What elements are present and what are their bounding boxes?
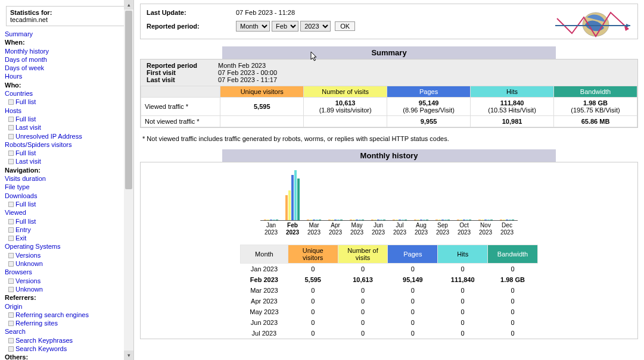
nav-viewed-entry[interactable]: Entry bbox=[5, 226, 133, 234]
bar-uv bbox=[457, 220, 459, 220]
nav-browsers-versions[interactable]: Versions bbox=[5, 277, 133, 285]
bar-ht bbox=[359, 220, 361, 220]
bar-ht bbox=[487, 220, 490, 220]
summary-note: * Not viewed traffic includes traffic ge… bbox=[142, 135, 638, 142]
nav-ref-sites[interactable]: Referring sites bbox=[5, 319, 133, 327]
nav-viewed-full[interactable]: Full list bbox=[5, 217, 133, 226]
bar-bw bbox=[362, 220, 364, 220]
scroll-thumb[interactable] bbox=[125, 11, 132, 189]
cell-uv: 0 bbox=[288, 296, 338, 306]
cell-ht: 0 bbox=[438, 328, 488, 339]
month-cell: Feb2023 bbox=[282, 170, 303, 236]
cell-bw: 0 bbox=[488, 296, 538, 306]
viewed-nv-sub: (1.89 visits/visitor) bbox=[319, 107, 372, 114]
nav-robots-lastvisit[interactable]: Last visit bbox=[5, 157, 133, 165]
nav-downloads-full[interactable]: Full list bbox=[5, 200, 133, 208]
bar-pg bbox=[377, 220, 379, 220]
cell-uv: 0 bbox=[288, 328, 338, 339]
cell-nv: 0 bbox=[338, 328, 388, 339]
cell-month: May 2023 bbox=[241, 306, 288, 317]
nav-hosts-full[interactable]: Full list bbox=[5, 115, 133, 123]
cell-bw: 0 bbox=[488, 317, 538, 328]
bar-pg bbox=[506, 220, 508, 220]
notviewed-pg: 9,955 bbox=[387, 116, 471, 127]
month-label: May2023 bbox=[346, 222, 368, 236]
nav-hosts-unresolvedip[interactable]: Unresolved IP Address bbox=[5, 132, 133, 140]
scroll-up-icon[interactable]: ▴ bbox=[124, 0, 133, 10]
nav-viewed[interactable]: Viewed bbox=[5, 208, 133, 217]
bar-nv bbox=[481, 220, 484, 220]
nav-others-header: Others: bbox=[5, 353, 133, 360]
nav-viewed-exit[interactable]: Exit bbox=[5, 234, 133, 242]
nav-hours[interactable]: Hours bbox=[5, 72, 133, 80]
reported-period-value: Month Feb 2023 bbox=[218, 62, 266, 69]
nav-monthly-history[interactable]: Monthly history bbox=[5, 47, 133, 55]
mcol-month: Month bbox=[241, 245, 288, 264]
nav-hosts-lastvisit[interactable]: Last visit bbox=[5, 123, 133, 132]
cell-nv: 10,613 bbox=[338, 274, 388, 285]
period-type-select[interactable]: Month bbox=[236, 21, 270, 32]
bar-nv bbox=[396, 220, 398, 220]
cell-nv: 0 bbox=[338, 296, 388, 306]
mcol-pg: Pages bbox=[388, 245, 438, 264]
cell-nv: 0 bbox=[338, 306, 388, 317]
bar-nv bbox=[310, 220, 312, 220]
nav-robots-full[interactable]: Full list bbox=[5, 149, 133, 157]
nav-visits-duration[interactable]: Visits duration bbox=[5, 174, 133, 183]
bar-ht bbox=[380, 220, 382, 220]
bar-uv bbox=[393, 220, 395, 220]
bar-nv bbox=[267, 220, 269, 220]
nav-days-of-month[interactable]: Days of month bbox=[5, 55, 133, 64]
nav-search[interactable]: Search bbox=[5, 327, 133, 336]
bar-nv bbox=[503, 220, 505, 220]
month-label: Nov2023 bbox=[475, 222, 496, 236]
table-row: May 202300000 bbox=[241, 306, 538, 317]
nav-os-unknown[interactable]: Unknown bbox=[5, 259, 133, 268]
month-label: Jun2023 bbox=[368, 222, 389, 236]
nav-summary[interactable]: Summary bbox=[5, 30, 133, 38]
cell-month: Feb 2023 bbox=[241, 274, 288, 285]
nav-hosts[interactable]: Hosts bbox=[5, 107, 133, 115]
cell-month: Jun 2023 bbox=[241, 317, 288, 328]
bar-nv bbox=[438, 220, 441, 220]
bar-bw bbox=[447, 220, 450, 220]
cell-nv: 0 bbox=[338, 264, 388, 275]
bar-uv bbox=[350, 220, 352, 220]
nav-countries-full[interactable]: Full list bbox=[5, 98, 133, 106]
nav-origin[interactable]: Origin bbox=[5, 302, 133, 311]
nav-countries[interactable]: Countries bbox=[5, 89, 133, 98]
last-update-label: Last Update: bbox=[147, 9, 236, 16]
sidebar-scrollbar[interactable]: ▴ ▾ bbox=[124, 0, 133, 360]
viewed-traffic-label: Viewed traffic * bbox=[141, 98, 220, 116]
nav-robots[interactable]: Robots/Spiders visitors bbox=[5, 140, 133, 149]
viewed-uv: 5,595 bbox=[254, 103, 270, 110]
nav-ref-engines[interactable]: Referring search engines bbox=[5, 311, 133, 319]
nav-browsers-unknown[interactable]: Unknown bbox=[5, 285, 133, 293]
nav-keyphrases[interactable]: Search Keyphrases bbox=[5, 336, 133, 345]
awstats-logo-icon bbox=[554, 7, 631, 42]
year-select[interactable]: 2023 bbox=[300, 21, 331, 32]
month-cell: Jul2023 bbox=[389, 170, 410, 236]
bar-bw bbox=[490, 220, 493, 220]
nav-keywords[interactable]: Search Keywords bbox=[5, 345, 133, 353]
nav-when-header: When: bbox=[5, 38, 133, 46]
ok-button[interactable]: OK bbox=[335, 21, 355, 31]
cell-pg: 0 bbox=[388, 317, 438, 328]
nav-os-versions[interactable]: Versions bbox=[5, 251, 133, 259]
nav-browsers[interactable]: Browsers bbox=[5, 268, 133, 276]
bar-uv bbox=[285, 195, 288, 220]
bar-ht bbox=[337, 220, 340, 220]
nav-file-type[interactable]: File type bbox=[5, 183, 133, 191]
bar-bw bbox=[319, 220, 321, 220]
cell-bw: 1.98 GB bbox=[488, 274, 538, 285]
bar-pg bbox=[420, 220, 422, 220]
nav-days-of-week[interactable]: Days of week bbox=[5, 64, 133, 72]
cell-bw: 0 bbox=[488, 306, 538, 317]
monthly-chart: Jan2023Feb2023Mar2023Apr2023May2023Jun20… bbox=[141, 170, 637, 236]
cell-ht: 0 bbox=[438, 264, 488, 275]
nav-downloads[interactable]: Downloads bbox=[5, 192, 133, 200]
scroll-down-icon[interactable]: ▾ bbox=[124, 350, 133, 360]
last-visit-label: Last visit bbox=[147, 76, 218, 83]
nav-os[interactable]: Operating Systems bbox=[5, 242, 133, 251]
month-select[interactable]: Feb bbox=[272, 21, 298, 32]
